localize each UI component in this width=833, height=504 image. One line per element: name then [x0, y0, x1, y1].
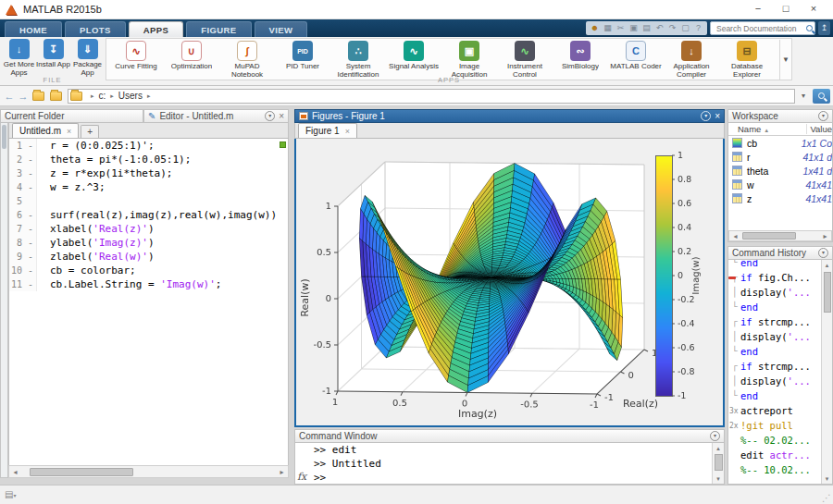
scroll-left-icon[interactable]: ◂: [729, 232, 741, 240]
scroll-thumb[interactable]: [715, 454, 723, 471]
redo-icon[interactable]: ↷: [666, 22, 678, 34]
workspace-row[interactable]: z41x41: [728, 191, 832, 205]
breadcrumb-segment[interactable]: Users: [118, 91, 143, 101]
app-install-app[interactable]: ↧Install App: [36, 38, 70, 77]
history-item[interactable]: └end: [728, 300, 832, 314]
code-line[interactable]: 8 -ylabel('Imag(z)'): [9, 236, 288, 250]
command-history-panel[interactable]: └end┌if fig.Ch...│display('...└end┌if st…: [727, 260, 833, 485]
app-signal-analysis[interactable]: ∿Signal Analysis: [386, 40, 441, 80]
help-icon[interactable]: ?: [692, 22, 704, 34]
code-line[interactable]: 5: [9, 194, 288, 208]
gallery-dropdown-button[interactable]: ▼: [779, 40, 791, 80]
undo-icon[interactable]: ↶: [653, 22, 665, 34]
ribbon-tab-apps[interactable]: APPS: [129, 21, 183, 37]
history-item[interactable]: └end: [728, 344, 832, 359]
scroll-thumb[interactable]: [824, 272, 831, 313]
editor-hscrollbar[interactable]: ◂ ▸: [8, 465, 289, 478]
command-window-menu-icon[interactable]: ▾: [710, 431, 720, 441]
app-curve-fitting[interactable]: ∿Curve Fitting: [108, 40, 164, 80]
history-item[interactable]: %-- 02.02...: [728, 433, 832, 448]
breadcrumb-segment[interactable]: c:: [99, 91, 106, 101]
fx-icon[interactable]: fx: [297, 471, 306, 483]
column-value[interactable]: Value: [807, 124, 832, 134]
minimize-button[interactable]: −: [744, 1, 772, 18]
workspace-hscrollbar[interactable]: ◂ ▸: [728, 230, 832, 241]
save-icon[interactable]: ▦: [602, 22, 614, 34]
paste-icon[interactable]: ▤: [640, 22, 653, 34]
profile-icon[interactable]: ☻: [589, 22, 601, 34]
app-system-identification[interactable]: ∴System Identification: [330, 40, 386, 80]
history-item[interactable]: %-- 10.02...: [728, 462, 832, 477]
forward-icon[interactable]: →: [17, 91, 30, 102]
editor-code-area[interactable]: 1 -r = (0:0.025:1)';2 -theta = pi*(-1:0.…: [8, 139, 289, 465]
app-package-app[interactable]: ⇓Package App: [70, 38, 105, 77]
history-item[interactable]: ┌if strcmp...: [728, 314, 832, 329]
app-matlab-coder[interactable]: CMATLAB Coder: [608, 40, 664, 80]
column-name[interactable]: Name▲: [728, 124, 807, 134]
app-mupad-notebook[interactable]: ∫MuPAD Notebook: [219, 40, 275, 80]
ribbon-tab-plots[interactable]: PLOTS: [65, 21, 126, 37]
workspace-column-headers[interactable]: Name▲ Value: [728, 123, 832, 136]
copy-icon[interactable]: ▣: [628, 22, 640, 34]
workspace-row[interactable]: r41x1 d: [728, 150, 832, 164]
app-application-compiler[interactable]: ↓Application Compiler: [664, 40, 719, 80]
history-item[interactable]: ┌if fig.Ch...: [728, 270, 832, 285]
history-item[interactable]: 3xactreport: [728, 403, 832, 418]
new-tab-button[interactable]: +: [81, 125, 99, 138]
history-item[interactable]: edit actr...: [728, 448, 832, 462]
history-item[interactable]: └end: [728, 388, 832, 403]
collapse-ribbon-button[interactable]: ↥: [818, 21, 830, 35]
figures-header[interactable]: Figures - Figure 1 ▾ ×: [294, 109, 725, 123]
editor-header[interactable]: ✎ Editor - Untitled.m ▾ ×: [143, 109, 289, 123]
history-item[interactable]: │display('...: [728, 374, 832, 388]
ribbon-tab-view[interactable]: VIEW: [255, 21, 308, 37]
scroll-down-icon[interactable]: ▾: [822, 473, 832, 484]
scroll-right-icon[interactable]: ▸: [819, 232, 831, 240]
app-optimization[interactable]: ∪Optimization: [164, 40, 219, 80]
cut-icon[interactable]: ✂: [615, 22, 627, 34]
history-item[interactable]: 2x!git pull: [728, 418, 832, 433]
up-one-level-icon[interactable]: [32, 92, 44, 101]
history-item[interactable]: └end: [728, 260, 832, 270]
scroll-down-icon[interactable]: ▾: [713, 473, 724, 484]
history-item[interactable]: │display('...: [728, 285, 832, 300]
workspace-header[interactable]: Workspace ▾: [727, 109, 833, 123]
search-icon[interactable]: [806, 25, 813, 31]
editor-tab-untitled[interactable]: Untitled.m ×: [12, 123, 79, 138]
search-input[interactable]: [715, 23, 806, 34]
app-pid-tuner[interactable]: PIDPID Tuner: [275, 40, 330, 80]
editor-close-icon[interactable]: ×: [279, 111, 284, 121]
command-prompt[interactable]: >>: [295, 471, 724, 485]
history-item[interactable]: │display('...: [728, 329, 832, 344]
doc-search-box[interactable]: [710, 21, 815, 35]
resize-grip-icon[interactable]: ⋰: [822, 493, 831, 503]
command-window-header[interactable]: Command Window ▾: [294, 429, 725, 443]
scroll-thumb[interactable]: [742, 232, 796, 240]
app-get-more-apps[interactable]: ↓Get More Apps: [2, 38, 36, 77]
scroll-up-icon[interactable]: ▴: [713, 443, 724, 453]
app-database-explorer[interactable]: ⊟Database Explorer: [719, 40, 775, 80]
app-image-acquisition[interactable]: ▣Image Acquisition: [441, 40, 497, 80]
code-line[interactable]: 3 -z = r*exp(1i*theta);: [9, 166, 288, 180]
tab-close-icon[interactable]: ×: [67, 127, 71, 136]
history-item[interactable]: ┌if strcmp...: [728, 359, 832, 374]
code-line[interactable]: 6 -surf(real(z),imag(z),real(w),imag(w)): [9, 208, 288, 222]
command-history-header[interactable]: Command History ▾: [727, 246, 833, 260]
ribbon-tab-home[interactable]: HOME: [5, 21, 62, 37]
address-dropdown-icon[interactable]: ▾: [797, 92, 810, 100]
code-analyzer-indicator[interactable]: [280, 141, 286, 148]
tab-close-icon[interactable]: ×: [345, 127, 350, 136]
current-folder-header[interactable]: Current Folder: [0, 109, 143, 123]
splitter-handle[interactable]: [2, 125, 6, 149]
windows-icon[interactable]: ▢: [679, 22, 691, 34]
close-button[interactable]: ×: [800, 1, 827, 18]
scroll-right-icon[interactable]: ▸: [276, 468, 288, 476]
app-simbiology[interactable]: ∾SimBiology: [553, 40, 608, 80]
workspace-menu-icon[interactable]: ▾: [818, 111, 828, 121]
figures-menu-icon[interactable]: ▾: [701, 111, 711, 121]
code-line[interactable]: 1 -r = (0:0.025:1)';: [9, 139, 288, 153]
code-line[interactable]: 2 -theta = pi*(-1:0.05:1);: [9, 153, 288, 166]
current-folder-collapsed-strip[interactable]: [0, 123, 8, 478]
command-history-vscrollbar[interactable]: ▴ ▾: [821, 260, 832, 484]
code-line[interactable]: 9 -zlabel('Real(w)'): [9, 250, 288, 264]
